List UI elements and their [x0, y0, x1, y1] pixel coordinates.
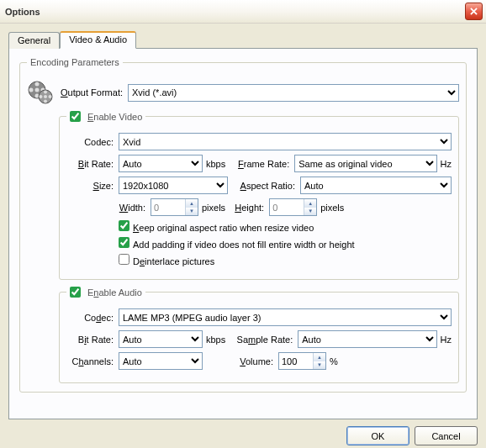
encoding-parameters-group: Encoding Parameters Output Format: Xvid …: [19, 57, 467, 393]
svg-point-1: [35, 88, 40, 92]
title-bar: Options: [0, 0, 486, 24]
width-spinner[interactable]: ▲▼: [151, 198, 198, 216]
svg-point-9: [44, 100, 47, 103]
spin-up-icon[interactable]: ▲: [304, 199, 316, 208]
height-unit: pixels: [317, 203, 352, 213]
audio-codec-label: Codec:: [66, 313, 119, 323]
enable-audio-label: Enable Audio: [87, 287, 142, 298]
output-format-label: Output Format:: [59, 87, 128, 98]
close-icon: [470, 8, 478, 15]
channels-label: Channels:: [66, 356, 119, 366]
size-label: Size:: [66, 181, 119, 191]
video-bitrate-unit: kbps: [203, 159, 234, 169]
ok-button[interactable]: OK: [346, 426, 409, 445]
add-padding-checkbox[interactable]: [119, 237, 129, 248]
height-label: Height:: [234, 203, 269, 213]
svg-point-7: [44, 95, 47, 98]
volume-unit: %: [326, 356, 346, 366]
svg-point-11: [49, 95, 52, 98]
dialog-buttons: OK Cancel: [8, 419, 478, 445]
svg-point-8: [44, 91, 47, 94]
tab-panel: Encoding Parameters Output Format: Xvid …: [8, 48, 478, 419]
deinterlace-label: Deinterlace pictures: [133, 256, 214, 266]
film-reel-icon: [27, 78, 54, 105]
samplerate-select[interactable]: Auto: [298, 330, 436, 348]
enable-video-checkbox[interactable]: [70, 111, 81, 122]
keep-aspect-checkbox[interactable]: [119, 220, 129, 231]
samplerate-label: Sample Rate:: [234, 335, 298, 345]
enable-video-label: Enable Video: [87, 112, 142, 122]
keep-aspect-label: Keep original aspect ratio when resize v…: [133, 223, 314, 233]
spin-down-icon[interactable]: ▼: [304, 208, 316, 216]
tab-general[interactable]: General: [8, 32, 60, 49]
framerate-label: Frame Rate:: [234, 159, 294, 169]
audio-bitrate-unit: kbps: [203, 335, 234, 345]
cancel-button[interactable]: Cancel: [415, 426, 478, 445]
svg-point-10: [40, 95, 43, 98]
output-format-select[interactable]: Xvid (*.avi): [128, 84, 459, 102]
audio-codec-select[interactable]: LAME MP3 (MPEG audio layer 3): [119, 308, 452, 326]
channels-select[interactable]: Auto: [119, 352, 203, 370]
aspect-ratio-select[interactable]: Auto: [300, 177, 452, 194]
video-bitrate-select[interactable]: Auto: [119, 155, 203, 172]
close-button[interactable]: [465, 3, 483, 20]
audio-bitrate-select[interactable]: Auto: [119, 330, 203, 348]
video-codec-select[interactable]: Xvid: [119, 133, 452, 150]
audio-bitrate-label: Bit Rate:: [66, 335, 119, 345]
spin-up-icon[interactable]: ▲: [186, 199, 198, 208]
samplerate-unit: Hz: [437, 335, 452, 345]
deinterlace-checkbox[interactable]: [119, 254, 129, 265]
framerate-select[interactable]: Same as original video: [294, 155, 436, 172]
spin-down-icon[interactable]: ▼: [314, 361, 325, 370]
width-unit: pixels: [198, 203, 234, 213]
spin-down-icon[interactable]: ▼: [186, 208, 198, 216]
enable-video-group: Enable Video Codec: Xvid Bit Rate: Auto …: [59, 111, 459, 280]
height-spinner[interactable]: ▲▼: [269, 198, 317, 216]
size-select[interactable]: 1920x1080: [119, 177, 228, 194]
svg-point-4: [29, 88, 34, 92]
volume-label: Volume:: [214, 356, 278, 366]
framerate-unit: Hz: [437, 159, 452, 169]
add-padding-label: Add padding if video does not fill entir…: [133, 240, 355, 250]
enable-audio-checkbox[interactable]: [70, 287, 81, 298]
volume-spinner[interactable]: ▲▼: [278, 352, 326, 370]
tab-strip: General Video & Audio: [8, 30, 478, 48]
encoding-legend: Encoding Parameters: [27, 57, 123, 67]
svg-point-2: [35, 82, 40, 87]
enable-audio-group: Enable Audio Codec: LAME MP3 (MPEG audio…: [59, 287, 459, 383]
width-label: Width:: [119, 203, 151, 213]
tab-video-audio[interactable]: Video & Audio: [60, 31, 136, 49]
video-codec-label: Codec:: [66, 137, 119, 147]
video-bitrate-label: Bit Rate:: [66, 159, 119, 169]
spin-up-icon[interactable]: ▲: [314, 353, 325, 361]
aspect-ratio-label: Aspect Ratio:: [240, 181, 300, 191]
window-title: Options: [5, 7, 465, 17]
